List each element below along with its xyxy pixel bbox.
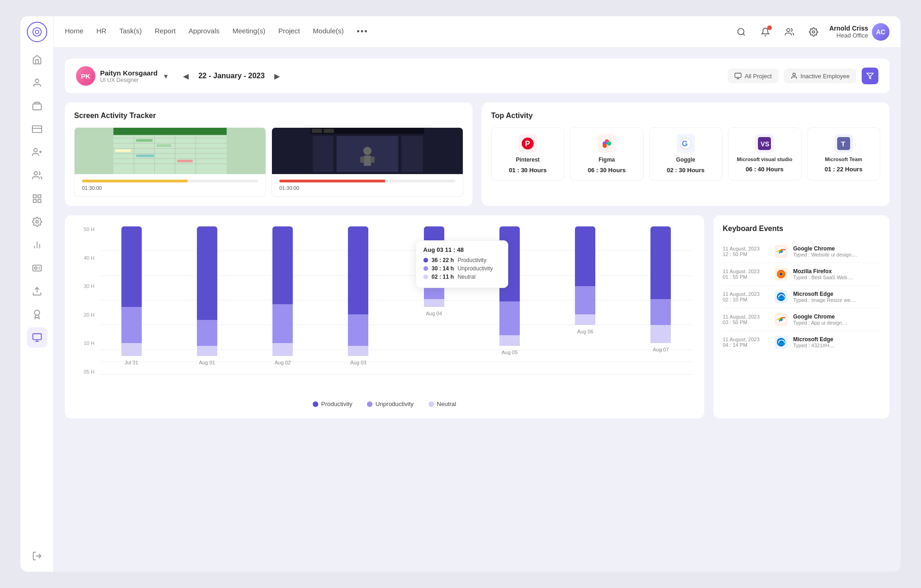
svg-point-68 [602,144,606,148]
date-next-button[interactable]: ▶ [270,69,284,83]
sidebar-item-logout[interactable] [27,546,47,566]
filter-button[interactable] [862,68,878,84]
all-project-filter[interactable]: All Project [728,69,778,83]
bar-productivity-1 [197,226,217,320]
user-profile[interactable]: Arnold Criss Head Office AC [829,23,889,41]
tooltip-label-neutral: Neutral [458,274,476,280]
svg-rect-22 [32,334,41,340]
kb-typed-1: Typed : Best SaaS Web.... [793,275,880,280]
y-label-10: 10 H [76,340,95,346]
svg-point-26 [738,28,744,34]
keyboard-events-title: Keyboard Events [723,225,880,233]
nav-links: Home HR Task(s) Report Approvals Meeting… [65,27,718,37]
activity-google: G Goggle 02 : 30 Hours [649,127,722,181]
bar-neutral-7 [650,325,671,343]
sidebar-item-award[interactable] [27,304,47,325]
kb-typed-2: Typed : Image Resize we.... [793,297,880,303]
nav-link-hr[interactable]: HR [96,27,107,37]
svg-rect-12 [33,200,36,202]
sidebar-item-screen-activity[interactable] [27,327,47,348]
activity-pinterest-hours: 01 : 30 Hours [509,167,547,174]
employee-info: Paityn Korsgaard UI UX Designer [100,69,158,83]
bar-neutral-2 [272,343,293,356]
page-content: PK Paityn Korsgaard UI UX Designer ▾ ◀ 2… [54,48,901,572]
sidebar-item-employee[interactable] [27,73,47,93]
top-activity-grid: P Pinterest 01 : 30 Hours [491,127,880,181]
activity-chart: 50 H 40 H 30 H 20 H 10 H 05 H Jul 31Aug … [65,215,704,419]
top-navigation: Home HR Task(s) Report Approvals Meeting… [54,16,901,48]
sidebar [20,16,54,572]
kb-details-3: Google Chrome Typed : App ui design.... [793,313,880,325]
employee-role: UI UX Designer [100,77,158,83]
search-button[interactable] [733,24,750,40]
bar-group-jul-31: Jul 31 [99,226,164,374]
notification-badge [767,25,772,30]
sidebar-item-settings[interactable] [27,212,47,232]
legend-dot-productivity [313,401,318,407]
nav-link-report[interactable]: Report [155,27,176,37]
bar-neutral-1 [197,346,217,356]
legend-label-productivity: Productivity [321,400,352,407]
svg-rect-10 [33,195,36,198]
bar-productivity-3 [348,226,368,314]
activity-teams-name: Microsoft Team [825,156,862,162]
settings-button[interactable] [805,24,822,40]
bar-label-2: Aug 02 [275,360,291,365]
employee-selector[interactable]: PK Paityn Korsgaard UI UX Designer ▾ [76,66,168,86]
sidebar-item-payroll[interactable] [27,119,47,139]
svg-point-78 [780,273,782,275]
svg-rect-50 [136,155,154,157]
nav-link-meetings[interactable]: Meeting(s) [233,27,265,37]
app-logo[interactable] [27,22,47,42]
employee-dropdown-icon: ▾ [164,72,168,81]
tooltip-value-productivity: 36 : 22 h [432,257,454,263]
svg-rect-59 [364,156,371,166]
sidebar-item-home[interactable] [27,50,47,70]
employee-avatar: PK [76,66,95,86]
nav-link-approvals[interactable]: Approvals [189,27,220,37]
sidebar-item-analytics[interactable] [27,235,47,255]
nav-link-home[interactable]: Home [65,27,83,37]
nav-link-tasks[interactable]: Task(s) [120,27,142,37]
inactive-employee-filter[interactable]: Inactive Employee [784,69,856,83]
main-content: Home HR Task(s) Report Approvals Meeting… [54,16,901,572]
kb-app-icon-1 [775,268,788,281]
bar-label-6: Aug 06 [577,329,593,334]
activity-vs-name: Microsoft visual studio [737,156,793,162]
app-container: Home HR Task(s) Report Approvals Meeting… [20,16,901,572]
keyboard-event-0: 11 August, 2023 12 : 50 PM Google Chrome… [723,240,880,263]
top-activity-title: Top Activity [491,112,880,120]
svg-rect-61 [371,156,375,163]
activity-pinterest-name: Pinterest [516,156,540,163]
tooltip-label-unproductivity: Unproductivity [458,265,493,272]
sidebar-item-upload[interactable] [27,281,47,301]
tooltip-row-unproductivity: 30 : 14 h Unproductivity [423,265,500,272]
svg-rect-11 [38,195,40,198]
notifications-button[interactable] [757,24,774,40]
nav-link-module[interactable]: Module(s) [313,27,344,37]
nav-link-project[interactable]: Project [278,27,300,37]
sidebar-item-idcard[interactable] [27,258,47,278]
bar-productivity-2 [272,226,293,304]
sidebar-item-add-employee[interactable] [27,142,47,163]
date-prev-button[interactable]: ◀ [179,69,193,83]
user-avatar: AC [872,23,889,41]
screen-thumb-1[interactable]: 01:30:00 [74,127,266,197]
screen-thumb-1-time: 01:30:00 [78,185,262,194]
svg-point-67 [607,141,611,145]
sidebar-item-grid[interactable] [27,188,47,209]
svg-text:P: P [525,139,530,148]
svg-text:VS: VS [761,140,770,148]
chart-legend: Productivity Unproductivity Neutral [76,400,693,407]
nav-more-button[interactable]: ••• [357,27,368,37]
sidebar-item-team[interactable] [27,165,47,186]
svg-rect-47 [136,139,153,142]
svg-point-0 [35,30,38,33]
screen-thumb-2[interactable]: 01:30:00 [271,127,463,197]
bar-label-4: Aug 04 [426,311,442,316]
users-button[interactable] [781,24,798,40]
sidebar-item-tasks[interactable] [27,96,47,116]
activity-google-hours: 02 : 30 Hours [667,167,705,174]
nav-actions: Arnold Criss Head Office AC [733,23,889,41]
activity-figma-name: Figma [599,156,615,163]
